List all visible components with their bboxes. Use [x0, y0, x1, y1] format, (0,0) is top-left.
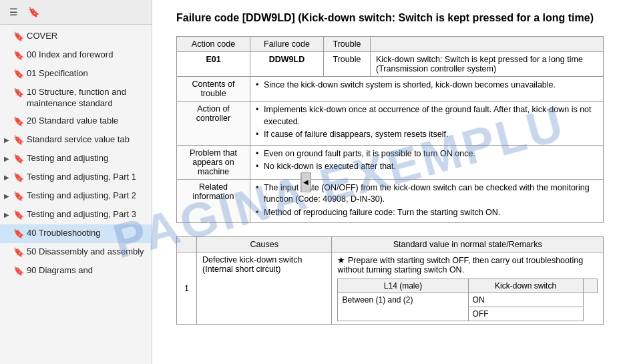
bookmark-icon-9: 🔖: [13, 209, 24, 221]
sidebar-item-10[interactable]: 🔖40 Troubleshooting: [0, 224, 152, 243]
sidebar-list: 🔖COVER 🔖00 Index and foreword 🔖01 Specif…: [0, 25, 152, 364]
expand-arrow-11: [4, 246, 11, 248]
sidebar-item-label-10: 40 Troubleshooting: [27, 228, 146, 239]
info-table: Action code Failure code Trouble E01 DDW…: [176, 36, 604, 223]
sidebar-item-label-3: 10 Structure, function and maintenance s…: [27, 87, 146, 110]
causes-num-header: [177, 237, 197, 252]
causes-header: Causes: [197, 237, 332, 252]
bookmark-icon-5: 🔖: [13, 134, 24, 146]
expand-arrow-5: ▶: [4, 134, 11, 144]
page-title: Failure code [DDW9LD] (Kick-down switch:…: [176, 11, 604, 25]
sidebar-item-label-9: Testing and adjusting, Part 3: [27, 209, 146, 220]
menu-icon[interactable]: ☰: [5, 4, 21, 20]
expand-arrow-8: ▶: [4, 190, 11, 200]
sidebar-item-2[interactable]: 🔖01 Specification: [0, 65, 152, 83]
sidebar-toolbar: ☰ 🔖: [0, 0, 152, 25]
standard-value-header: Standard value in normal state/Remarks: [332, 237, 604, 252]
sidebar-item-1[interactable]: 🔖00 Index and foreword: [0, 46, 152, 65]
expand-arrow-7: ▶: [4, 172, 11, 182]
bookmark-icon-10: 🔖: [13, 228, 24, 240]
col-header-trouble: Trouble: [324, 37, 371, 52]
bullet-item: Even on ground fault parts, it is possib…: [256, 148, 598, 160]
trouble-desc: Kick-down switch: Switch is kept pressed…: [371, 52, 604, 77]
expand-arrow-1: [4, 49, 11, 51]
expand-arrow-10: [4, 228, 11, 229]
condition-cell: Between (1) and (2): [338, 293, 468, 321]
trouble-label: Trouble: [324, 52, 371, 77]
bookmark-icon-8: 🔖: [13, 190, 24, 202]
info-row-desc-0: Since the kick-down switch system is sho…: [250, 77, 604, 102]
sidebar-item-9[interactable]: ▶🔖Testing and adjusting, Part 3: [0, 206, 152, 224]
expand-arrow-2: [4, 68, 11, 69]
sidebar-item-label-8: Testing and adjusting, Part 2: [27, 190, 146, 202]
sidebar-item-5[interactable]: ▶🔖Standard service value tab: [0, 131, 152, 150]
sidebar-item-4[interactable]: 🔖20 Standard value table: [0, 112, 152, 131]
on-value: ON: [468, 293, 583, 307]
action-code-value: E01: [177, 52, 250, 77]
sidebar-item-label-5: Standard service value tab: [27, 134, 146, 146]
info-row-label-2: Problem that appears on machine: [177, 145, 250, 179]
info-row-label-1: Action of controller: [177, 102, 250, 146]
sidebar-item-label-12: 90 Diagrams and: [27, 265, 146, 277]
sidebar-item-label-7: Testing and adjusting, Part 1: [27, 172, 146, 183]
col-header-failure-code: Failure code: [250, 37, 324, 52]
expand-arrow-9: ▶: [4, 209, 11, 219]
bookmark-icon-1: 🔖: [13, 49, 24, 61]
info-row-label-0: Contents of trouble: [177, 77, 250, 102]
sidebar: ☰ 🔖 🔖COVER 🔖00 Index and foreword 🔖01 Sp…: [0, 0, 152, 364]
failure-code-value: DDW9LD: [250, 52, 324, 77]
cause-details-0: ★ Prepare with starting switch OFF, then…: [332, 252, 604, 325]
causes-table: Causes Standard value in normal state/Re…: [176, 236, 604, 325]
bookmark-toolbar-icon[interactable]: 🔖: [25, 4, 41, 20]
info-row-label-3: Related information: [177, 179, 250, 223]
sidebar-item-label-11: 50 Disassembly and assembly: [27, 246, 146, 258]
sidebar-item-0[interactable]: 🔖COVER: [0, 27, 152, 46]
expand-arrow-3: [4, 87, 11, 88]
bookmark-icon-6: 🔖: [13, 153, 24, 165]
bullet-item: Method of reproducing failure code: Turn…: [256, 207, 598, 219]
cause-number-0: 1: [177, 252, 197, 325]
inner-table-header: [583, 279, 597, 293]
inner-table-header: Kick-down switch: [468, 279, 583, 293]
sidebar-item-label-6: Testing and adjusting: [27, 153, 146, 164]
sidebar-item-label-1: 00 Index and foreword: [27, 49, 146, 61]
bookmark-icon-7: 🔖: [13, 172, 24, 184]
expand-arrow-12: [4, 265, 11, 266]
bookmark-icon-4: 🔖: [13, 116, 24, 128]
bullet-item: Implements kick-down once at occurrence …: [256, 104, 598, 128]
bullet-item: Since the kick-down switch system is sho…: [256, 79, 598, 92]
bookmark-icon-0: 🔖: [13, 31, 24, 43]
sidebar-item-6[interactable]: ▶🔖Testing and adjusting: [0, 150, 152, 168]
col-header-action-code: Action code: [177, 37, 250, 52]
off-value: OFF: [468, 307, 583, 321]
prepare-note: ★ Prepare with starting switch OFF, then…: [337, 255, 598, 275]
sidebar-item-7[interactable]: ▶🔖Testing and adjusting, Part 1: [0, 168, 152, 187]
bookmark-icon-2: 🔖: [13, 68, 24, 80]
inner-table-header: L14 (male): [338, 279, 468, 293]
info-row-desc-1: Implements kick-down once at occurrence …: [250, 102, 604, 146]
sidebar-item-11[interactable]: 🔖50 Disassembly and assembly: [0, 243, 152, 262]
expand-arrow-4: [4, 116, 11, 117]
bookmark-icon-12: 🔖: [13, 265, 24, 277]
sidebar-item-12[interactable]: 🔖90 Diagrams and: [0, 262, 152, 281]
bookmark-icon-11: 🔖: [13, 246, 24, 258]
bookmark-icon-3: 🔖: [13, 87, 24, 99]
bullet-item: If cause of failure disappears, system r…: [256, 129, 598, 141]
sidebar-item-3[interactable]: 🔖10 Structure, function and maintenance …: [0, 83, 152, 113]
col-header-desc: [371, 37, 604, 52]
expand-arrow-0: [4, 31, 11, 32]
sidebar-collapse-button[interactable]: ◀: [301, 172, 311, 192]
cause-text-0: Defective kick-down switch (Internal sho…: [197, 252, 332, 325]
bullet-item: No kick-down is executed after that.: [256, 161, 598, 173]
sidebar-item-label-2: 01 Specification: [27, 68, 146, 79]
sidebar-item-label-4: 20 Standard value table: [27, 116, 146, 127]
sidebar-item-8[interactable]: ▶🔖Testing and adjusting, Part 2: [0, 187, 152, 206]
expand-arrow-6: ▶: [4, 153, 11, 163]
main-content: Failure code [DDW9LD] (Kick-down switch:…: [163, 0, 617, 364]
sidebar-item-label-0: COVER: [27, 31, 146, 42]
